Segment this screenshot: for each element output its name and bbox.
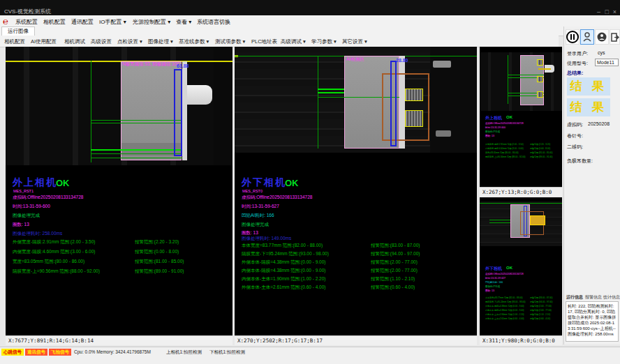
cell-edge-strip xyxy=(182,61,187,160)
measurement-alarm: 报警范围:(0.00 - 8.00) xyxy=(530,147,550,150)
info-tab-alarm[interactable]: 报警信息 xyxy=(585,294,602,301)
exit-button[interactable] xyxy=(610,29,620,45)
threshold-overlay-text: N极耳阈值:93, 阳极阈值:100 xyxy=(122,61,179,68)
electrode-tab xyxy=(187,85,212,105)
measure-hline xyxy=(91,153,182,154)
login-user-button[interactable] xyxy=(580,29,594,45)
tool-baseline-param[interactable]: 基准线参数 ▾ xyxy=(179,38,209,45)
measurement-value: 外侧本体-主体=2.61mm 范围:(0.60 - 4.00) xyxy=(485,317,524,320)
upper-camera-status: 上相机1:拍照检测 xyxy=(166,349,202,356)
tool-plc-table[interactable]: PLC地址表 xyxy=(251,38,277,45)
measurement-alarm: 报警范围:(2.00 - 77.00) xyxy=(371,268,418,274)
info-tab-stats[interactable]: 统计信息 xyxy=(603,294,620,301)
weld-mark-rect xyxy=(537,59,543,66)
blue-measure-value: 63.88 xyxy=(177,63,189,68)
tool-spot-check[interactable]: 点检设置 ▾ xyxy=(117,38,142,45)
turn-count: 圈数: 13 xyxy=(485,289,494,292)
neg-tab-count-label: 负极耳数量: xyxy=(567,158,593,165)
tool-advanced[interactable]: 高级设置 xyxy=(91,38,112,45)
measurement-value: 内侧本体-隔膜=4.38mm 范围:(0.00 - 9.00) xyxy=(485,309,524,312)
maximize-icon[interactable]: □ xyxy=(605,8,609,15)
measure-hline xyxy=(91,123,182,123)
menu-comm-config[interactable]: 通讯配置 xyxy=(71,18,94,26)
info-tab-run[interactable]: 运行信息 xyxy=(566,294,583,301)
menu-camera-config[interactable]: 相机配置 xyxy=(43,18,66,26)
history-view-upper[interactable]: 外上相机 OK 虚拟码:Offline20250208133134728 时间:… xyxy=(480,47,562,196)
measure-hline xyxy=(318,89,344,90)
history-view-lower[interactable]: 外下相机 OK 虚拟码:Offline20250208133134728 时间:… xyxy=(480,197,562,344)
status-bar: 心跳信号 通讯信号 飞拍信号 Cpu: 0.0% Memory: 3424.41… xyxy=(0,347,620,364)
tool-ai-config[interactable]: AI使用配置 xyxy=(31,38,57,45)
measure-hline xyxy=(508,75,544,75)
ai-region-label: AI检测区 xyxy=(346,56,364,63)
measure-vline xyxy=(318,56,318,149)
menu-system-config[interactable]: 系统配置 xyxy=(15,18,38,26)
model-value-box[interactable]: Mode11 xyxy=(595,59,619,66)
measurement-value: 外侧宽度-隔膜:2.91mm 范围:(2.00 - 3.50) xyxy=(13,239,95,245)
operator-icon xyxy=(597,32,607,42)
measurement-alarm: 报警范围:(2.00 - 77.00) xyxy=(530,309,552,312)
blue-measure-value: 28.80 xyxy=(396,58,408,63)
close-icon[interactable]: × xyxy=(613,8,617,15)
toolbar: 相机配置 AI使用配置 相机调试 高级设置 点检设置 ▾ 图像处理 ▾ 基准线参… xyxy=(0,36,559,47)
tool-test-param[interactable]: 测试项参数 ▾ xyxy=(215,38,245,45)
measurement-alarm: 报警范围:(0.60 - 4.00) xyxy=(530,317,550,320)
pause-icon xyxy=(566,31,579,43)
ai-detect-orange-rect xyxy=(382,73,429,141)
measurement-alarm: 报警范围:(1.10 - 2.10) xyxy=(371,276,415,282)
measurement-alarm: 报警范围:(83.00 - 87.00) xyxy=(371,243,420,249)
menu-light-config[interactable]: 光源控制配置 ▾ xyxy=(133,18,170,26)
measure-vline xyxy=(91,61,91,162)
process-done: 图像处理完成 xyxy=(242,222,269,228)
total-result-label: 总结果: xyxy=(567,70,583,77)
window-title: CVS-视觉检测系统 xyxy=(4,8,51,15)
pixel-coord-bar: X:311;Y:980;R:0;G:0;B:0 xyxy=(480,335,562,345)
pause-button[interactable] xyxy=(566,29,580,45)
capture-time: 时间:13-31-59-600 xyxy=(13,204,50,210)
measure-blue-rect xyxy=(174,69,182,156)
measurement-value: 外侧宽度-隔膜:2.91mm 范围:(2.00 - 3.50) xyxy=(485,143,524,146)
operator-log-button[interactable] xyxy=(595,29,609,45)
tool-other-settings[interactable]: 其它设置 ▾ xyxy=(342,38,367,45)
camera-view-lower[interactable]: AI检测区 28.80 外下相机 OK MES_RST0 虚拟码:Offline… xyxy=(235,47,477,344)
minimize-icon[interactable]: – xyxy=(597,8,600,15)
pixel-coords: X:7677;Y:891;R:14;G:14;B:14 xyxy=(8,338,94,344)
measure-hline xyxy=(91,120,182,121)
run-log-box[interactable]: 耗时: 222, 凹陷检测耗时: 17, 凹陷分离耗时: 0, 凹陷提取合并耗时… xyxy=(566,301,619,342)
menu-view[interactable]: 查看 ▾ xyxy=(176,18,191,26)
lower-camera-status: 下相机1:拍照检测 xyxy=(209,349,245,356)
measurement-value: 隔膜宽度-上=90.56mm 范围:(88.00 - 92.00) xyxy=(13,268,100,275)
measurement-value: 内侧宽度-隔膜:4.60mm 范围:(3.00 - 6.00) xyxy=(485,147,524,150)
measurement-alarm: 报警范围:(2.00 - 77.00) xyxy=(371,259,418,266)
measurement-value: 外侧本体-隔膜=4.38mm 范围:(0.00 - 9.00) xyxy=(485,305,524,308)
measure-vline xyxy=(508,55,508,104)
title-bar: CVS-视觉检测系统 – □ × xyxy=(0,0,620,15)
measurement-alarm: 报警范围:(0.00 - 8.00) xyxy=(135,249,179,255)
measurement-value: 外侧本体-隔膜=4.38mm 范围:(0.00 - 9.00) xyxy=(242,259,325,266)
tool-learn-param[interactable]: 学习参数 ▾ xyxy=(311,38,337,45)
tool-adv-debug[interactable]: 高级调试 ▾ xyxy=(281,38,306,45)
ai-elapsed: 凹陷AI耗时: 166 xyxy=(485,281,503,284)
menu-language-switch[interactable]: 系统语言切换 xyxy=(197,18,230,26)
roll-pin-label: 卷针号: xyxy=(567,132,583,139)
tool-camera-config[interactable]: 相机配置 xyxy=(4,38,25,45)
camera-name-label: 外下相机 xyxy=(242,176,286,189)
virtual-code: 虚拟码:Offline20250208133134728 xyxy=(13,195,83,201)
tool-image-process[interactable]: 图像处理 ▾ xyxy=(148,38,173,45)
measurement-alarm: 报警范围:(89.00 - 91.00) xyxy=(135,268,184,275)
measure-hline xyxy=(91,149,182,151)
result-badge-upper: 结 果 xyxy=(567,77,610,96)
ai-elapsed: 凹陷AI耗时: 166 xyxy=(242,213,274,219)
camera-view-upper[interactable]: N极耳阈值:93, 阳极阈值:100 63.88 外上相机 OK MES_RST… xyxy=(6,47,232,344)
measurement-alarm: 报警范围:(94.00 - 97.00) xyxy=(530,301,553,303)
pixel-coords: X:311;Y:980;R:0;G:0;B:0 xyxy=(482,338,555,344)
capture-time: 时间:13-31-59-600 xyxy=(485,126,505,129)
tab-run-image[interactable]: 运行图像 xyxy=(1,26,35,36)
measure-hline xyxy=(91,158,182,158)
result-status: OK xyxy=(285,178,299,188)
machine-part xyxy=(436,130,451,137)
tool-camera-debug[interactable]: 相机调试 xyxy=(64,38,85,45)
measurement-alarm: 报警范围:(94.00 - 97.00) xyxy=(371,251,420,257)
pixel-coord-bar: X:7677;Y:891;R:14;G:14;B:14 xyxy=(6,335,232,345)
menu-io-config[interactable]: IO手配置 ▾ xyxy=(99,18,126,26)
